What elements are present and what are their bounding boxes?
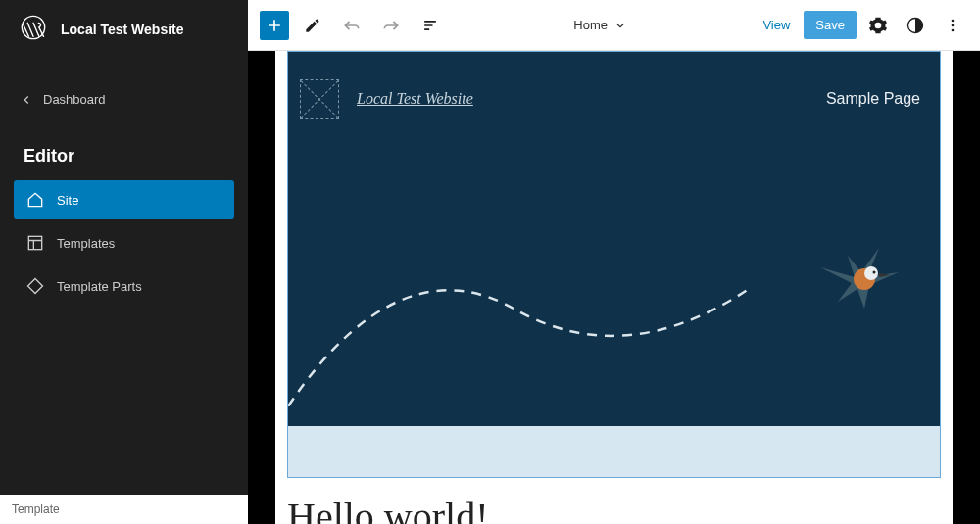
post-content: Hello world! — [287, 494, 489, 524]
chevron-down-icon — [613, 19, 627, 32]
sidebar-item-templates[interactable]: Templates — [14, 223, 234, 262]
editor-canvas[interactable]: Local Test Website Sample Page — [275, 51, 953, 524]
main: Home View Save L — [248, 0, 980, 524]
sidebar-item-template-parts[interactable]: Template Parts — [14, 266, 234, 306]
header-row: Local Test Website Sample Page — [288, 52, 940, 119]
wordpress-logo-icon[interactable] — [20, 14, 47, 45]
redo-button[interactable] — [375, 10, 407, 41]
editor-topbar: Home View Save — [248, 0, 980, 51]
sidebar-item-label: Templates — [57, 236, 115, 251]
undo-button[interactable] — [336, 10, 368, 41]
site-name: Local Test Website — [61, 22, 184, 37]
header-left: Local Test Website — [300, 79, 473, 119]
chevron-left-icon — [20, 93, 33, 107]
nav-link-sample-page[interactable]: Sample Page — [826, 90, 920, 108]
gear-icon — [868, 16, 888, 35]
site-logo-placeholder[interactable] — [300, 79, 339, 119]
plus-icon — [265, 16, 284, 35]
settings-button[interactable] — [862, 10, 894, 41]
svg-point-8 — [873, 271, 876, 274]
contrast-icon — [906, 16, 925, 35]
layout-icon — [25, 233, 45, 253]
sidebar: Local Test Website Dashboard Editor Site… — [0, 0, 248, 524]
dashboard-label: Dashboard — [43, 92, 106, 107]
svg-rect-1 — [28, 236, 41, 249]
sidebar-item-site[interactable]: Site — [14, 180, 234, 219]
undo-icon — [342, 16, 362, 35]
bird-illustration — [810, 238, 908, 326]
footer-breadcrumb[interactable]: Template — [0, 495, 248, 524]
edit-tool-button[interactable] — [297, 10, 328, 41]
list-view-button[interactable] — [415, 10, 446, 41]
document-selector[interactable]: Home — [454, 18, 747, 32]
hero-cover-block[interactable]: Local Test Website Sample Page — [288, 52, 940, 426]
editor-canvas-frame: Local Test Website Sample Page — [248, 51, 980, 524]
home-icon — [25, 190, 45, 210]
document-label: Home — [573, 18, 608, 32]
post-title-link[interactable]: Hello world! — [287, 494, 489, 524]
svg-point-5 — [952, 28, 955, 31]
add-block-button[interactable] — [260, 11, 289, 40]
dashboard-link[interactable]: Dashboard — [0, 76, 248, 122]
selection-overlay — [288, 426, 940, 477]
site-title-link[interactable]: Local Test Website — [357, 90, 473, 108]
selected-block-outline[interactable]: Local Test Website Sample Page — [287, 51, 941, 478]
sidebar-item-label: Template Parts — [57, 279, 142, 294]
dashed-flight-path — [288, 250, 817, 406]
view-link[interactable]: View — [755, 12, 798, 38]
editor-heading: Editor — [0, 132, 248, 180]
sidebar-header: Local Test Website — [0, 0, 248, 59]
sidebar-item-label: Site — [57, 193, 78, 208]
diamond-icon — [25, 276, 45, 296]
svg-point-4 — [952, 24, 955, 26]
more-options-button[interactable] — [937, 10, 968, 41]
list-icon — [420, 16, 440, 35]
topbar-right: View Save — [755, 10, 968, 41]
dots-vertical-icon — [943, 16, 962, 35]
pencil-icon — [303, 16, 322, 35]
save-button[interactable]: Save — [804, 11, 857, 39]
styles-button[interactable] — [900, 10, 931, 41]
svg-point-3 — [952, 19, 955, 22]
editor-nav: Site Templates Template Parts — [0, 180, 248, 310]
svg-point-7 — [864, 266, 878, 280]
redo-icon — [381, 16, 401, 35]
